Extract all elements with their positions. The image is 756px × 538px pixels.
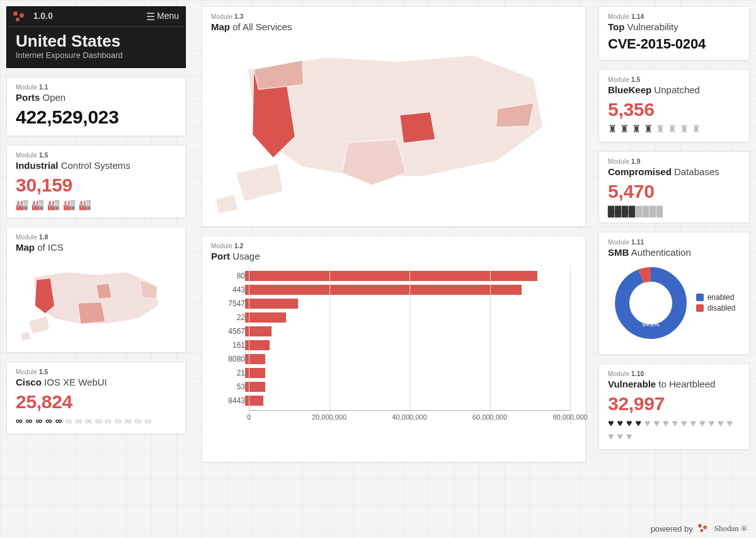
bar-label: 443	[212, 285, 245, 294]
bar-row: 7547	[249, 297, 570, 311]
infinity-icon: ∞	[55, 415, 62, 426]
bar-label: 22	[212, 313, 245, 322]
module-label: Module 1.5	[16, 369, 176, 375]
bar-row: 161	[249, 338, 570, 352]
logo-icon	[13, 11, 27, 23]
heart-icon: ♥	[608, 432, 614, 442]
card-cisco[interactable]: Module 1.5 Cisco IOS XE WebUI 25,824 ∞∞∞…	[6, 362, 186, 434]
us-choropleth-all	[211, 36, 576, 219]
heart-icon: ♥	[636, 418, 642, 428]
heart-icon: ♥	[654, 418, 660, 428]
card-top-vuln[interactable]: Module 1.14 Top Vulnerability CVE-2015-0…	[598, 6, 750, 60]
donut-chart: 94.2%	[613, 265, 689, 341]
heart-icon: ♥	[727, 418, 733, 428]
version-label: 1.0.0	[33, 11, 53, 21]
card-title: Port Usage	[211, 251, 576, 261]
bar-row: 53	[249, 380, 570, 394]
donut-center-label: 94.2%	[642, 321, 660, 328]
icon-strip-database: ▅▅▅▅▅▅▅▅▅▅▅▅▅▅▅▅▅▅▅▅▅▅▅▅	[608, 206, 740, 215]
bar-fill	[245, 382, 265, 392]
database-icon: ▅▅▅	[615, 206, 619, 215]
heart-icon: ♥	[626, 418, 633, 428]
bar-fill	[245, 340, 270, 350]
database-icon: ▅▅▅	[656, 206, 660, 215]
us-choropleth-ics	[16, 256, 176, 345]
heart-icon: ♥	[681, 418, 687, 428]
bar-label: 8443	[212, 396, 245, 405]
menu-label: Menu	[157, 11, 179, 21]
database-icon: ▅▅▅	[636, 206, 639, 215]
heart-icon: ♥	[644, 418, 651, 428]
donut-legend: enabled disabled	[696, 291, 736, 314]
bar-fill	[245, 271, 537, 281]
card-title: SMB Authentication	[608, 247, 740, 258]
page-title: United States	[16, 32, 176, 50]
legend-swatch-enabled	[696, 294, 704, 301]
axis-tick: 20,000,000	[312, 413, 346, 421]
bar-label: 4567	[212, 327, 245, 336]
bar-chart: 804437547224567161808021538443020,000,00…	[211, 265, 576, 443]
bar-label: 8080	[212, 355, 245, 363]
stat-value: 422,529,023	[16, 106, 176, 128]
legend-swatch-disabled	[696, 304, 704, 312]
module-label: Module 1.5	[608, 76, 740, 83]
card-port-usage[interactable]: Module 1.2 Port Usage 804437547224567161…	[202, 236, 586, 462]
heart-icon: ♥	[626, 432, 633, 442]
card-title: Map of ICS	[16, 242, 176, 253]
bar-label: 161	[212, 341, 245, 350]
menu-button[interactable]: ☰Menu	[146, 11, 179, 23]
card-map-ics[interactable]: Module 1.8 Map of ICS	[6, 227, 186, 353]
infinity-icon: ∞	[105, 415, 111, 426]
bar-row: 80	[249, 269, 570, 283]
heart-icon: ♥	[617, 418, 624, 428]
footer: powered by Shodan ®	[651, 523, 747, 534]
heart-icon: ♥	[663, 418, 669, 428]
bar-row: 22	[249, 311, 570, 324]
card-title: Ports Open	[16, 92, 176, 103]
bar-fill	[245, 396, 263, 406]
card-ports-open[interactable]: Module 1.1 Ports Open 422,529,023	[6, 77, 186, 136]
module-label: Module 1.1	[16, 84, 176, 91]
card-smb-auth[interactable]: Module 1.11 SMB Authentication 94.2% ena…	[598, 232, 750, 355]
bar-label: 7547	[212, 299, 245, 308]
infinity-icon: ∞	[115, 415, 121, 426]
stat-value: 30,159	[16, 175, 176, 196]
bar-fill	[245, 368, 265, 378]
module-label: Module 1.11	[608, 239, 740, 246]
card-title: Vulnerable to Heartbleed	[608, 379, 740, 389]
stat-value: 5,356	[608, 99, 740, 120]
stat-value: 5,470	[608, 181, 740, 202]
card-heartbleed[interactable]: Module 1.10 Vulnerable to Heartbleed 32,…	[598, 363, 750, 450]
bar-fill	[245, 326, 272, 336]
card-title: Map of All Services	[211, 21, 576, 32]
heart-icon: ♥	[608, 418, 614, 428]
bar-row: 443	[249, 283, 570, 297]
bar-row: 4567	[249, 324, 570, 338]
bar-row: 8080	[249, 352, 570, 366]
database-icon: ▅▅▅	[622, 206, 626, 215]
module-label: Module 1.3	[211, 13, 576, 20]
card-compromised-db[interactable]: Module 1.9 Compromised Databases 5,470 ▅…	[598, 151, 750, 223]
card-ics[interactable]: Module 1.5 Industrial Control Systems 30…	[6, 145, 186, 218]
module-label: Module 1.9	[608, 158, 740, 165]
bar-label: 53	[212, 382, 245, 391]
card-title: Top Vulnerability	[608, 21, 740, 32]
header-card: 1.0.0 ☰Menu United States Internet Expos…	[6, 6, 186, 68]
infinity-icon: ∞	[66, 415, 72, 426]
infinity-icon: ∞	[125, 415, 131, 426]
bar-fill	[245, 299, 298, 309]
card-bluekeep[interactable]: Module 1.5 BlueKeep Unpatched 5,356 ♜♜♜♜…	[598, 69, 750, 142]
infinity-icon: ∞	[95, 415, 101, 426]
bar-label: 80	[212, 272, 245, 280]
card-title: Cisco IOS XE WebUI	[16, 377, 176, 387]
database-icon: ▅▅▅	[608, 206, 612, 215]
axis-tick: 60,000,000	[472, 413, 507, 421]
heart-icon: ♥	[718, 418, 724, 428]
card-map-all[interactable]: Module 1.3 Map of All Services	[202, 6, 586, 227]
database-icon: ▅▅▅	[643, 206, 646, 215]
icon-strip-rook: ♜♜♜♜♜♜♜♜	[608, 124, 740, 134]
heart-icon: ♥	[709, 418, 715, 428]
heart-icon: ♥	[690, 418, 697, 428]
infinity-icon: ∞	[85, 415, 91, 426]
footer-brand[interactable]: Shodan ®	[714, 524, 747, 534]
